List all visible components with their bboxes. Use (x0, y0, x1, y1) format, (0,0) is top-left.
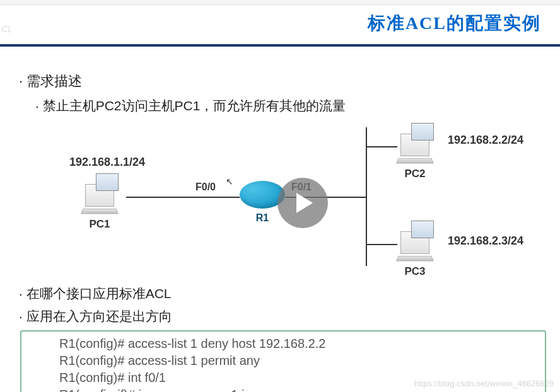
question-direction: 应用在入方向还是出方向 (19, 308, 547, 325)
iface-f00: F0/0 (195, 182, 216, 193)
bus-line (366, 127, 367, 266)
link-pc1-r1 (126, 197, 240, 198)
source-watermark: https://blog.csdn.net/weixin_46626629 (414, 379, 554, 388)
network-diagram: 192.168.1.1/24 PC1 F0/0 R1 F0/1 PC2 192. (44, 121, 547, 285)
slide-title: 标准ACL的配置实例 (368, 11, 541, 35)
header: CL 标准ACL的配置实例 (0, 5, 560, 43)
pc1-ip: 192.168.1.1/24 (69, 156, 145, 169)
content-area: 需求描述 禁止主机PC2访问主机PC1，而允许所有其他的流量 192.168.1… (0, 47, 560, 392)
top-strip (0, 0, 560, 5)
play-icon (296, 193, 313, 213)
pc2-node: PC2 (397, 134, 433, 180)
code-line-2: R1(config)# access-list 1 permit any (59, 352, 507, 369)
link-bus-pc2 (366, 146, 397, 147)
pc-icon (400, 231, 429, 254)
router-label: R1 (256, 212, 269, 224)
pc3-ip: 192.168.2.3/24 (448, 234, 523, 248)
pc3-node: PC3 (397, 231, 433, 278)
requirement-header: 需求描述 (19, 72, 547, 91)
pc3-label: PC3 (397, 265, 433, 278)
requirement-detail: 禁止主机PC2访问主机PC1，而允许所有其他的流量 (35, 97, 547, 115)
link-bus-pc3 (366, 244, 397, 245)
code-line-1: R1(config)# access-list 1 deny host 192.… (59, 335, 507, 352)
pc2-label: PC2 (397, 168, 433, 180)
mouse-cursor-icon: ↖ (226, 176, 233, 187)
pc-icon (400, 134, 429, 156)
play-button[interactable] (277, 178, 328, 228)
pc2-ip: 192.168.2.2/24 (448, 134, 523, 147)
corner-watermark: CL (1, 24, 13, 34)
pc1-node: PC1 (82, 184, 117, 231)
question-interface: 在哪个接口应用标准ACL (19, 285, 547, 303)
pc-icon (85, 184, 114, 207)
pc1-label: PC1 (82, 218, 117, 231)
